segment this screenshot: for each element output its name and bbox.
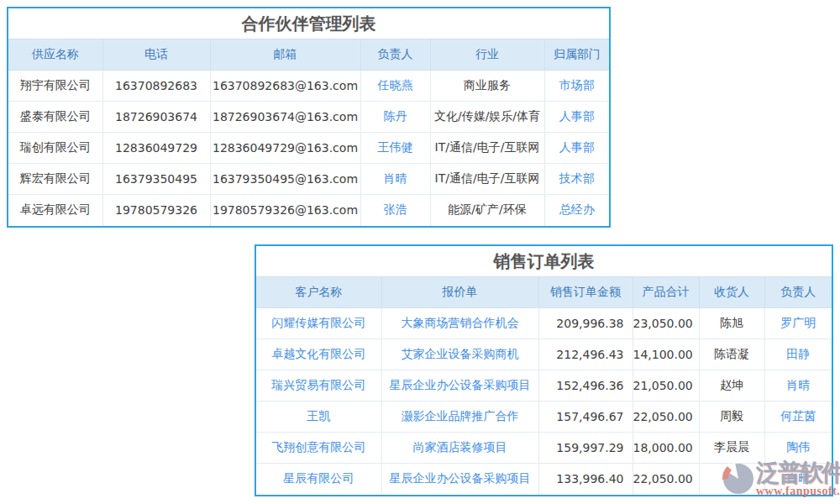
sales-order-table-title: 销售订单列表 — [256, 246, 832, 276]
cell-consignee: 陈语凝 — [699, 339, 764, 370]
cell-customer-link[interactable]: 瑞兴贸易有限公司 — [256, 370, 381, 402]
cell-department-link[interactable]: 人事部 — [544, 102, 609, 133]
cell-quotation-link[interactable]: 星辰企业办公设备采购项目 — [381, 370, 538, 402]
cell-supplier-name: 辉宏有限公司 — [8, 164, 102, 195]
col-header-quotation: 报价单 — [381, 277, 538, 308]
cell-quotation-link[interactable]: 大象商场营销合作机会 — [381, 308, 538, 339]
cell-product-total: 18,000.00 — [633, 433, 699, 464]
col-header-email: 邮箱 — [210, 39, 360, 71]
cell-product-total: 21,050.00 — [633, 370, 699, 402]
cell-customer-link[interactable]: 卓越文化有限公司 — [256, 339, 381, 370]
cell-industry: IT/通信/电子/互联网 — [430, 133, 544, 164]
cell-email: 16370892683@163.com — [210, 71, 360, 102]
col-header-industry: 行业 — [430, 39, 544, 71]
cell-industry: 能源/矿产/环保 — [430, 195, 544, 226]
cell-consignee: 赵坤 — [699, 370, 764, 402]
sales-order-table-card: 销售订单列表 客户名称 报价单 销售订单金额 产品合计 收货人 负责人 闪耀传媒… — [255, 244, 833, 496]
cell-email: 19780579326@163.com — [210, 195, 360, 226]
cell-department-link[interactable]: 市场部 — [544, 71, 609, 102]
cell-consignee: 周毅 — [699, 402, 764, 433]
cell-product-total: 14,100.00 — [633, 339, 699, 370]
table-row: 盛泰有限公司 18726903674 18726903674@163.com 陈… — [8, 102, 609, 133]
table-row: 卓远有限公司 19780579326 19780579326@163.com 张… — [8, 195, 609, 226]
table-row: 卓越文化有限公司 艾家企业设备采购商机 212,496.43 14,100.00… — [256, 339, 832, 370]
cell-consignee: 陈旭 — [699, 308, 764, 339]
col-header-manager: 负责人 — [764, 277, 832, 308]
table-row: 闪耀传媒有限公司 大象商场营销合作机会 209,996.38 23,050.00… — [256, 308, 832, 339]
col-header-phone: 电话 — [102, 39, 210, 71]
partner-header-row: 供应名称 电话 邮箱 负责人 行业 归属部门 — [8, 39, 609, 71]
partner-table: 供应名称 电话 邮箱 负责人 行业 归属部门 翔宇有限公司 1637089268… — [8, 39, 609, 226]
cell-industry: 文化/传媒/娱乐/体育 — [430, 102, 544, 133]
cell-customer-link[interactable]: 闪耀传媒有限公司 — [256, 308, 381, 339]
cell-email: 16379350495@163.com — [210, 164, 360, 195]
cell-consignee — [699, 464, 764, 495]
cell-product-total: 22,050.00 — [633, 402, 699, 433]
cell-order-amount: 133,996.40 — [538, 464, 633, 495]
col-header-supplier-name: 供应名称 — [8, 39, 102, 71]
cell-consignee: 李晨晨 — [699, 433, 764, 464]
cell-department-link[interactable]: 技术部 — [544, 164, 609, 195]
cell-supplier-name: 盛泰有限公司 — [8, 102, 102, 133]
col-header-product-total: 产品合计 — [633, 277, 699, 308]
cell-phone: 16379350495 — [102, 164, 210, 195]
cell-quotation-link[interactable]: 尚家酒店装修项目 — [381, 433, 538, 464]
cell-industry: 商业服务 — [430, 71, 544, 102]
cell-quotation-link[interactable]: 灏影企业品牌推广合作 — [381, 402, 538, 433]
cell-email: 12836049729@163.com — [210, 133, 360, 164]
cell-manager-link[interactable]: 罗广明 — [764, 308, 832, 339]
cell-manager-link[interactable]: 田静 — [764, 339, 832, 370]
cell-manager-link[interactable]: 肖晴 — [764, 464, 832, 495]
table-row: 瑞创有限公司 12836049729 12836049729@163.com 王… — [8, 133, 609, 164]
cell-supplier-name: 卓远有限公司 — [8, 195, 102, 226]
cell-email: 18726903674@163.com — [210, 102, 360, 133]
cell-phone: 19780579326 — [102, 195, 210, 226]
cell-quotation-link[interactable]: 艾家企业设备采购商机 — [381, 339, 538, 370]
cell-department-link[interactable]: 总经办 — [544, 195, 609, 226]
cell-manager-link[interactable]: 何芷茵 — [764, 402, 832, 433]
table-row: 翔宇有限公司 16370892683 16370892683@163.com 任… — [8, 71, 609, 102]
cell-order-amount: 157,496.67 — [538, 402, 633, 433]
cell-product-total: 22,050.00 — [633, 464, 699, 495]
cell-product-total: 23,050.00 — [633, 308, 699, 339]
cell-quotation-link[interactable]: 星辰企业办公设备采购项目 — [381, 464, 538, 495]
cell-phone: 18726903674 — [102, 102, 210, 133]
cell-order-amount: 159,997.29 — [538, 433, 633, 464]
cell-customer-link[interactable]: 飞翔创意有限公司 — [256, 433, 381, 464]
partner-table-card: 合作伙伴管理列表 供应名称 电话 邮箱 负责人 行业 归属部门 翔宇有限公司 1… — [7, 7, 611, 228]
col-header-manager: 负责人 — [360, 39, 430, 71]
col-header-consignee: 收货人 — [699, 277, 764, 308]
cell-manager-link[interactable]: 任晓燕 — [360, 71, 430, 102]
cell-manager-link[interactable]: 张浩 — [360, 195, 430, 226]
cell-manager-link[interactable]: 王伟健 — [360, 133, 430, 164]
cell-phone: 16370892683 — [102, 71, 210, 102]
table-row: 王凯 灏影企业品牌推广合作 157,496.67 22,050.00 周毅 何芷… — [256, 402, 832, 433]
sales-order-table: 客户名称 报价单 销售订单金额 产品合计 收货人 负责人 闪耀传媒有限公司 大象… — [256, 276, 832, 495]
partner-table-title: 合作伙伴管理列表 — [8, 8, 609, 39]
cell-customer-link[interactable]: 星辰有限公司 — [256, 464, 381, 495]
table-row: 辉宏有限公司 16379350495 16379350495@163.com 肖… — [8, 164, 609, 195]
col-header-department: 归属部门 — [544, 39, 609, 71]
cell-order-amount: 209,996.38 — [538, 308, 633, 339]
cell-manager-link[interactable]: 肖晴 — [360, 164, 430, 195]
table-row: 瑞兴贸易有限公司 星辰企业办公设备采购项目 152,496.36 21,050.… — [256, 370, 832, 402]
cell-supplier-name: 翔宇有限公司 — [8, 71, 102, 102]
cell-supplier-name: 瑞创有限公司 — [8, 133, 102, 164]
cell-manager-link[interactable]: 陈丹 — [360, 102, 430, 133]
col-header-customer-name: 客户名称 — [256, 277, 381, 308]
cell-customer-link[interactable]: 王凯 — [256, 402, 381, 433]
cell-order-amount: 212,496.43 — [538, 339, 633, 370]
cell-manager-link[interactable]: 陶伟 — [764, 433, 832, 464]
cell-industry: IT/通信/电子/互联网 — [430, 164, 544, 195]
cell-department-link[interactable]: 人事部 — [544, 133, 609, 164]
order-header-row: 客户名称 报价单 销售订单金额 产品合计 收货人 负责人 — [256, 277, 832, 308]
cell-manager-link[interactable]: 肖晴 — [764, 370, 832, 402]
cell-phone: 12836049729 — [102, 133, 210, 164]
col-header-order-amount: 销售订单金额 — [538, 277, 633, 308]
table-row: 星辰有限公司 星辰企业办公设备采购项目 133,996.40 22,050.00… — [256, 464, 832, 495]
cell-order-amount: 152,496.36 — [538, 370, 633, 402]
table-row: 飞翔创意有限公司 尚家酒店装修项目 159,997.29 18,000.00 李… — [256, 433, 832, 464]
